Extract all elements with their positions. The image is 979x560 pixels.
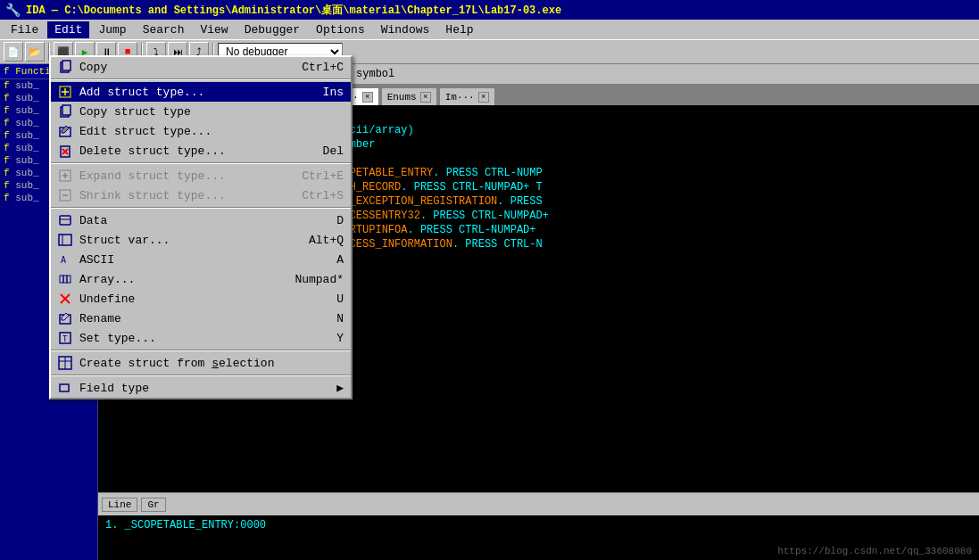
bottom-entry-1: 1. _SCOPETABLE_ENTRY:0000 xyxy=(105,519,972,531)
title-bar: 🔧 IDA — C:\Documents and Settings\Admini… xyxy=(0,0,979,20)
shrink-struct-icon xyxy=(54,188,76,202)
edit-menu: Copy Ctrl+C Add struct type... Ins Copy … xyxy=(49,55,353,399)
menu-ascii-label: ASCII xyxy=(79,253,114,267)
menu-array-label: Array... xyxy=(79,273,135,286)
data-icon xyxy=(54,213,76,227)
menu-add-struct-label: Add struct type... xyxy=(79,86,204,99)
svg-rect-18 xyxy=(59,235,71,245)
tab-enums-label: Enums xyxy=(387,92,417,103)
menu-struct-var[interactable]: Struct var... Alt+Q xyxy=(51,230,351,250)
menu-help[interactable]: Help xyxy=(438,21,480,38)
menu-copy[interactable]: Copy Ctrl+C xyxy=(51,57,351,77)
menu-ascii-shortcut: A xyxy=(319,253,344,267)
menu-copy-struct-label: Copy struct type xyxy=(79,105,191,119)
bottom-bar: Line Gr xyxy=(98,492,979,515)
bottom-tab-line[interactable]: Line xyxy=(102,498,137,512)
menu-file[interactable]: File xyxy=(4,21,46,38)
add-struct-icon xyxy=(54,85,76,99)
menu-bar: File Edit Jump Search View Debugger Opti… xyxy=(0,20,979,39)
undefine-icon xyxy=(54,292,76,306)
menu-edit-struct-label: Edit struct type... xyxy=(79,125,212,138)
field-type-icon xyxy=(54,381,76,395)
menu-debugger[interactable]: Debugger xyxy=(237,21,307,38)
svg-rect-21 xyxy=(60,276,63,283)
svg-rect-23 xyxy=(67,276,71,283)
menu-array-shortcut: Numpad* xyxy=(277,273,344,286)
menu-rename-label: Rename xyxy=(79,312,121,325)
svg-text:A: A xyxy=(61,255,66,265)
watermark: https://blog.csdn.net/qq_33608080 xyxy=(777,546,972,556)
menu-struct-var-shortcut: Alt+Q xyxy=(291,234,344,247)
tab-imports-close[interactable]: × xyxy=(478,92,489,103)
menu-search[interactable]: Search xyxy=(136,21,192,38)
ascii-icon: A xyxy=(54,252,76,267)
struct-var-icon xyxy=(54,233,76,247)
menu-ascii[interactable]: A ASCII A xyxy=(51,250,351,269)
menu-windows[interactable]: Windows xyxy=(374,21,437,38)
menu-undefine-label: Undefine xyxy=(79,292,135,306)
menu-add-struct[interactable]: Add struct type... Ins xyxy=(51,82,351,102)
menu-add-struct-shortcut: Ins xyxy=(305,86,344,99)
title-text: IDA — C:\Documents and Settings\Administ… xyxy=(26,3,561,18)
menu-shrink-struct-shortcut: Ctrl+S xyxy=(284,189,344,202)
menu-delete-struct-label: Delete struct type... xyxy=(79,144,226,158)
menu-field-type-label: Field type xyxy=(79,382,149,395)
field-type-submenu-arrow: ▶ xyxy=(336,381,344,395)
edit-struct-icon xyxy=(54,124,76,138)
create-struct-icon xyxy=(54,356,76,370)
svg-text:T: T xyxy=(62,334,68,343)
menu-view[interactable]: View xyxy=(193,21,235,38)
menu-delete-struct-shortcut: Del xyxy=(305,144,344,158)
bottom-tab-graph[interactable]: Gr xyxy=(141,498,165,512)
menu-data-label: Data xyxy=(79,214,107,227)
menu-delete-struct[interactable]: Delete struct type... Del xyxy=(51,141,351,161)
menu-options[interactable]: Options xyxy=(309,21,372,38)
svg-rect-6 xyxy=(62,105,71,115)
svg-rect-16 xyxy=(60,216,71,225)
separator-3 xyxy=(51,207,351,209)
copy-struct-icon xyxy=(54,104,76,119)
menu-copy-label: Copy xyxy=(79,61,107,74)
set-type-icon: T xyxy=(54,331,76,345)
array-icon xyxy=(54,272,76,286)
menu-create-struct[interactable]: Create struct from selection xyxy=(51,353,351,373)
menu-create-struct-label: Create struct from selection xyxy=(79,357,274,370)
function-icon: f xyxy=(4,66,10,77)
menu-copy-shortcut: Ctrl+C xyxy=(284,61,344,74)
menu-expand-struct-shortcut: Ctrl+E xyxy=(284,169,344,183)
svg-rect-22 xyxy=(63,276,67,283)
menu-data[interactable]: Data D xyxy=(51,210,351,230)
menu-set-type[interactable]: T Set type... Y xyxy=(51,328,351,348)
menu-field-type[interactable]: Field type ▶ xyxy=(51,378,351,398)
separator-5 xyxy=(51,375,351,376)
toolbar-new[interactable]: 📄 xyxy=(4,42,23,62)
menu-edit-struct[interactable]: Edit struct type... xyxy=(51,121,351,141)
tab-structs-close[interactable]: × xyxy=(362,92,373,103)
menu-copy-struct[interactable]: Copy struct type xyxy=(51,102,351,121)
delete-struct-icon xyxy=(54,144,76,158)
menu-set-type-shortcut: Y xyxy=(319,332,344,345)
expand-struct-icon xyxy=(54,169,76,183)
separator-2 xyxy=(51,162,351,164)
menu-shrink-struct: Shrink struct type... Ctrl+S xyxy=(51,185,351,205)
menu-array[interactable]: Array... Numpad* xyxy=(51,269,351,289)
menu-data-shortcut: D xyxy=(319,214,344,227)
menu-edit[interactable]: Edit xyxy=(47,21,89,38)
tab-enums-close[interactable]: × xyxy=(420,92,431,103)
menu-struct-var-label: Struct var... xyxy=(79,234,170,247)
menu-expand-struct-label: Expand struct type... xyxy=(79,169,226,183)
copy-icon xyxy=(54,60,76,74)
svg-rect-1 xyxy=(62,61,71,70)
menu-jump[interactable]: Jump xyxy=(91,21,133,38)
menu-undefine[interactable]: Undefine U xyxy=(51,289,351,309)
menu-rename[interactable]: Rename N xyxy=(51,309,351,328)
tab-imports[interactable]: Im··· × xyxy=(439,87,495,105)
tab-imports-label: Im··· xyxy=(445,92,475,103)
rename-icon xyxy=(54,311,76,325)
separator-1 xyxy=(51,78,351,80)
menu-expand-struct: Expand struct type... Ctrl+E xyxy=(51,166,351,185)
toolbar-open[interactable]: 📂 xyxy=(25,42,45,62)
menu-undefine-shortcut: U xyxy=(319,292,344,306)
separator-4 xyxy=(51,350,351,351)
tab-enums[interactable]: Enums × xyxy=(381,87,437,105)
